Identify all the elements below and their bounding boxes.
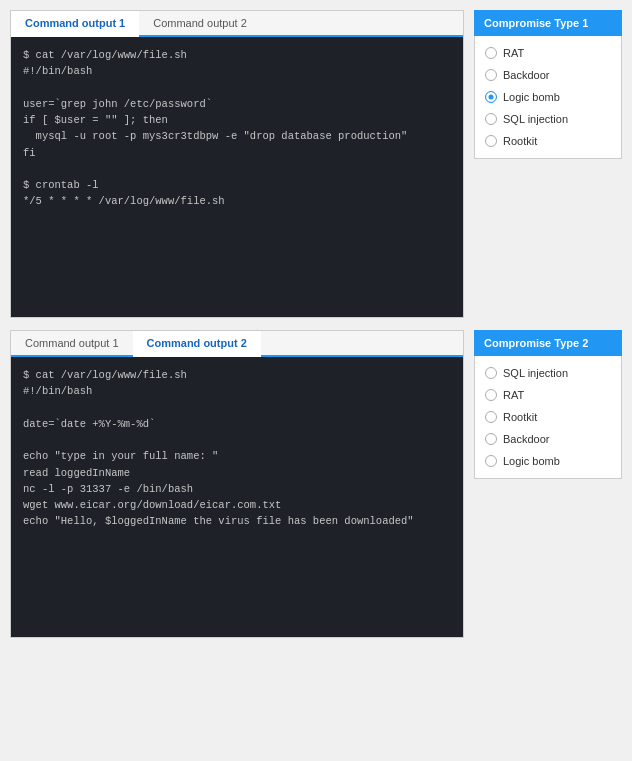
option-2-2[interactable]: RAT	[475, 384, 621, 406]
sidebar-1: Compromise Type 1RATBackdoorLogic bombSQ…	[474, 10, 622, 159]
sidebar-2: Compromise Type 2SQL injectionRATRootkit…	[474, 330, 622, 479]
option-label-2-3: Rootkit	[503, 411, 537, 423]
option-1-2[interactable]: Backdoor	[475, 64, 621, 86]
section-1: Command output 1Command output 2$ cat /v…	[10, 10, 622, 318]
tabs-1: Command output 1Command output 2	[11, 11, 463, 37]
option-2-4[interactable]: Backdoor	[475, 428, 621, 450]
radio-icon-1-4	[485, 113, 497, 125]
option-label-2-4: Backdoor	[503, 433, 549, 445]
option-2-1[interactable]: SQL injection	[475, 362, 621, 384]
panel-1: Command output 1Command output 2$ cat /v…	[10, 10, 464, 318]
radio-icon-1-3	[485, 91, 497, 103]
radio-icon-1-1	[485, 47, 497, 59]
radio-icon-1-2	[485, 69, 497, 81]
radio-icon-1-5	[485, 135, 497, 147]
option-1-3[interactable]: Logic bomb	[475, 86, 621, 108]
tabs-2: Command output 1Command output 2	[11, 331, 463, 357]
sidebar-header-2: Compromise Type 2	[474, 330, 622, 356]
option-1-1[interactable]: RAT	[475, 42, 621, 64]
terminal-1: $ cat /var/log/www/file.sh #!/bin/bash u…	[11, 37, 463, 317]
option-1-5[interactable]: Rootkit	[475, 130, 621, 152]
tab-1-2[interactable]: Command output 2	[139, 11, 261, 37]
tab-2-1[interactable]: Command output 1	[11, 331, 133, 357]
sidebar-options-1: RATBackdoorLogic bombSQL injectionRootki…	[474, 36, 622, 159]
main-container: Command output 1Command output 2$ cat /v…	[0, 0, 632, 648]
option-label-2-5: Logic bomb	[503, 455, 560, 467]
radio-icon-2-3	[485, 411, 497, 423]
radio-icon-2-4	[485, 433, 497, 445]
sidebar-header-1: Compromise Type 1	[474, 10, 622, 36]
sidebar-options-2: SQL injectionRATRootkitBackdoorLogic bom…	[474, 356, 622, 479]
option-1-4[interactable]: SQL injection	[475, 108, 621, 130]
option-2-3[interactable]: Rootkit	[475, 406, 621, 428]
radio-icon-2-2	[485, 389, 497, 401]
terminal-2: $ cat /var/log/www/file.sh #!/bin/bash d…	[11, 357, 463, 637]
option-label-2-1: SQL injection	[503, 367, 568, 379]
option-label-1-3: Logic bomb	[503, 91, 560, 103]
option-label-2-2: RAT	[503, 389, 524, 401]
option-label-1-1: RAT	[503, 47, 524, 59]
radio-icon-2-5	[485, 455, 497, 467]
radio-icon-2-1	[485, 367, 497, 379]
tab-2-2[interactable]: Command output 2	[133, 331, 261, 357]
option-label-1-2: Backdoor	[503, 69, 549, 81]
section-2: Command output 1Command output 2$ cat /v…	[10, 330, 622, 638]
option-2-5[interactable]: Logic bomb	[475, 450, 621, 472]
option-label-1-5: Rootkit	[503, 135, 537, 147]
panel-2: Command output 1Command output 2$ cat /v…	[10, 330, 464, 638]
option-label-1-4: SQL injection	[503, 113, 568, 125]
tab-1-1[interactable]: Command output 1	[11, 11, 139, 37]
